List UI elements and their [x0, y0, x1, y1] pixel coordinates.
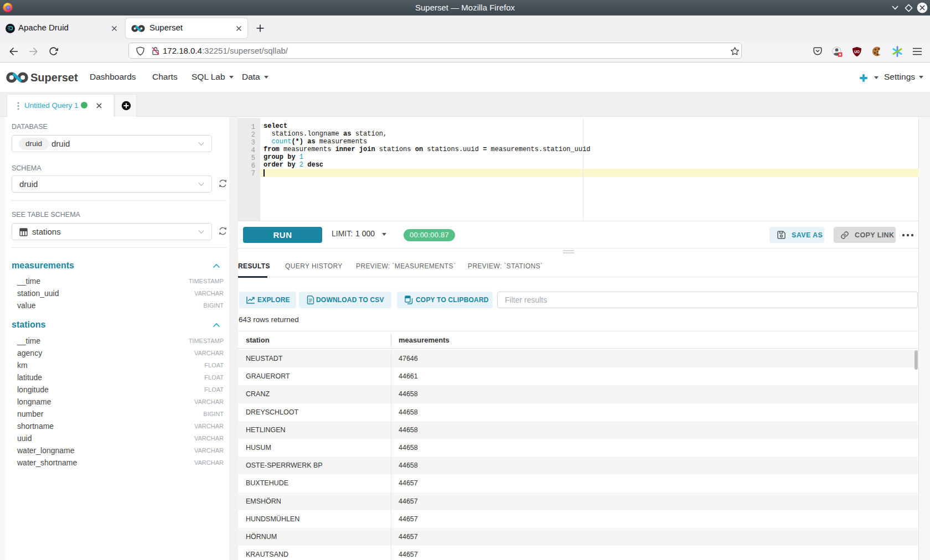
svg-text:UO: UO [854, 50, 860, 54]
